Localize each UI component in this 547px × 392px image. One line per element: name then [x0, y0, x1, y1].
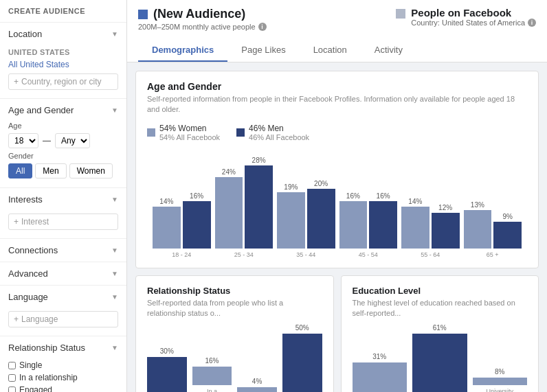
- men-bar: [183, 201, 211, 249]
- women-bar: [215, 177, 243, 249]
- bar-fill: [412, 334, 467, 392]
- chevron-down-icon: ▼: [111, 270, 118, 277]
- bar-label: In a Relationship: [192, 388, 232, 392]
- section-interests-header[interactable]: Interests ▼: [0, 188, 126, 211]
- country-text: Country: United States of America: [411, 19, 525, 27]
- bar-pct: 61%: [433, 324, 447, 332]
- people-on-fb-block: People on Facebook Country: United State…: [396, 7, 536, 27]
- age-bar-group: 14% 12% 55 - 64: [401, 198, 460, 258]
- section-advanced-header[interactable]: Advanced ▼: [0, 262, 126, 285]
- audience-color-box: [138, 10, 148, 19]
- interest-input[interactable]: + Interest: [8, 214, 118, 230]
- bar-fill: [282, 334, 322, 392]
- tab-demographics[interactable]: Demographics: [138, 39, 227, 62]
- section-interests: Interests ▼ + Interest: [0, 188, 126, 239]
- section-relationship-label: Relationship Status: [8, 343, 85, 353]
- section-location-header[interactable]: Location ▼: [0, 23, 126, 45]
- section-language-label: Language: [8, 292, 48, 302]
- chevron-down-icon: ▼: [111, 246, 118, 254]
- legend-women-sub: 54% All Facebook: [159, 133, 220, 141]
- section-age-gender-label: Age and Gender: [8, 105, 74, 115]
- legend-women: 54% Women 54% All Facebook: [147, 124, 220, 141]
- country-label: Country: United States of America i: [411, 19, 536, 27]
- section-location: Location ▼ UNITED STATES All United Stat…: [0, 23, 126, 99]
- relationship-subtitle: Self-reported data from people who list …: [147, 298, 322, 319]
- women-pct-label: 14%: [408, 198, 422, 205]
- men-bar: [432, 213, 460, 249]
- bar-fill: [192, 367, 232, 385]
- main-content: (New Audience) 200M–250M monthly active …: [127, 0, 547, 392]
- tab-activity[interactable]: Activity: [361, 39, 416, 62]
- info-icon-country: i: [528, 19, 536, 27]
- tab-page-likes[interactable]: Page Likes: [227, 39, 299, 62]
- people-on-fb-info: People on Facebook Country: United State…: [411, 7, 536, 27]
- plus-icon: +: [14, 77, 19, 87]
- women-bar: [153, 207, 181, 249]
- age-group-label: 65 +: [487, 251, 499, 258]
- info-icon: i: [258, 23, 267, 31]
- bar-fill: [353, 362, 408, 392]
- section-advanced: Advanced ▼: [0, 262, 126, 286]
- men-bar: [369, 201, 397, 249]
- legend-men: 46% Men 46% All Facebook: [236, 124, 309, 141]
- language-subsection: + Language: [0, 311, 126, 336]
- section-connections-label: Connections: [8, 245, 58, 255]
- gender-label: Gender: [8, 152, 118, 160]
- small-bar-group: 16% In a Relationship: [192, 357, 232, 392]
- women-pct-label: 14%: [159, 198, 173, 205]
- people-on-fb-box: [396, 9, 405, 19]
- age-group-label: 45 - 54: [359, 251, 378, 258]
- women-pct-label: 16%: [346, 192, 360, 200]
- men-pct-label: 9%: [502, 213, 512, 220]
- age-group-label: 25 - 34: [234, 251, 254, 258]
- section-advanced-label: Advanced: [8, 268, 48, 279]
- location-input[interactable]: + Country, region or city: [8, 73, 118, 90]
- section-relationship-header[interactable]: Relationship Status ▼: [0, 336, 126, 359]
- section-interests-label: Interests: [8, 194, 43, 205]
- age-group-label: 55 - 64: [421, 251, 440, 258]
- bar-fill: [237, 387, 277, 392]
- audience-count-text: 200M–250M monthly active people: [138, 23, 256, 31]
- checkbox-in-relationship: In a relationship: [8, 371, 118, 384]
- checkbox-single: Single: [8, 359, 118, 371]
- men-pct-label: 12%: [438, 204, 452, 211]
- bottom-row: Relationship Status Self-reported data f…: [135, 275, 539, 392]
- gender-women-button[interactable]: Women: [69, 163, 113, 178]
- age-bar-group: 24% 28% 25 - 34: [215, 157, 274, 258]
- people-on-fb-label: People on Facebook: [411, 7, 536, 19]
- age-gender-subtitle: Self-reported information from people in…: [147, 94, 527, 115]
- section-age-gender-header[interactable]: Age and Gender ▼: [0, 99, 126, 122]
- audience-top: (New Audience) 200M–250M monthly active …: [138, 7, 536, 36]
- bar-pct: 50%: [295, 324, 309, 332]
- tab-location[interactable]: Location: [300, 39, 361, 62]
- gender-all-button[interactable]: All: [8, 163, 32, 178]
- gender-men-button[interactable]: Men: [35, 163, 66, 178]
- bar-pct: 4%: [252, 378, 262, 385]
- age-to-select[interactable]: Any: [55, 133, 90, 148]
- bar-fill: [473, 378, 528, 385]
- women-pct-label: 19%: [284, 183, 298, 191]
- small-bar-group: 8% University postgraduate: [473, 368, 528, 392]
- bar-label: University postgraduate: [473, 388, 528, 392]
- women-bar: [401, 207, 429, 249]
- chevron-down-icon: ▼: [111, 106, 118, 114]
- age-bar-group: 16% 16% 45 - 54: [339, 192, 398, 258]
- section-relationship: Relationship Status ▼ Single In a relati…: [0, 336, 126, 392]
- age-group-label: 35 - 44: [296, 251, 315, 258]
- gender-buttons: All Men Women: [8, 163, 118, 178]
- age-gender-subsection: Age 18 — Any Gender All Men Women: [0, 122, 126, 187]
- language-input[interactable]: + Language: [8, 311, 118, 327]
- age-gender-title: Age and Gender: [147, 81, 527, 92]
- men-bar: [307, 189, 335, 249]
- relationship-subsection: Single In a relationship Engaged Married…: [0, 359, 126, 392]
- section-language-header[interactable]: Language ▼: [0, 286, 126, 308]
- education-subtitle: The highest level of education reached b…: [353, 298, 528, 319]
- section-age-gender: Age and Gender ▼ Age 18 — Any Gender All…: [0, 99, 126, 188]
- age-label: Age: [8, 122, 118, 130]
- small-bar-group: 50% Married: [282, 324, 322, 392]
- sidebar: CREATE AUDIENCE Location ▼ UNITED STATES…: [0, 0, 127, 392]
- section-location-label: Location: [8, 29, 42, 39]
- section-connections: Connections ▼: [0, 239, 126, 262]
- section-connections-header[interactable]: Connections ▼: [0, 239, 126, 262]
- age-from-select[interactable]: 18: [8, 133, 38, 148]
